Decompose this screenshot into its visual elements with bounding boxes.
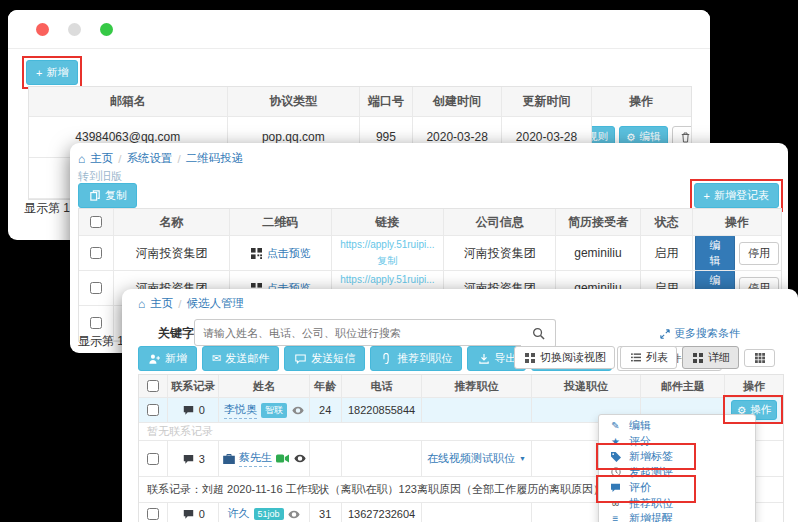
envelope-icon: ✉: [212, 352, 221, 365]
breadcrumb-home[interactable]: 主页: [90, 151, 113, 166]
recommended-job-link[interactable]: 在线视频测试职位: [427, 451, 515, 466]
actions-cell: 编辑 停用: [693, 236, 781, 270]
col-header: 状态: [641, 209, 694, 235]
menu-item-recommend-job[interactable]: ∞ 推荐职位: [599, 496, 755, 512]
qr-preview-link[interactable]: 点击预览: [267, 246, 311, 261]
contact-count-cell[interactable]: 0: [168, 503, 220, 522]
list-icon: [629, 353, 642, 362]
recommended-job-cell: 在线视频测试职位 ▼: [422, 441, 531, 476]
list-view-button[interactable]: 列表: [620, 346, 677, 369]
receiver-cell: geminiliu: [556, 236, 640, 270]
col-header: 公司信息: [444, 209, 556, 235]
old-version-link[interactable]: 转到旧版: [78, 169, 122, 184]
qr-preview-cell: 点击预览: [230, 236, 332, 270]
apply-url-link[interactable]: https://apply.51ruipi...: [340, 239, 434, 251]
menu-item-comment[interactable]: 评价: [599, 480, 755, 496]
switch-reading-view-button[interactable]: 切换阅读视图: [514, 346, 615, 369]
menu-item-start-assessment[interactable]: 发起测评: [599, 465, 755, 481]
status-cell: 启用: [641, 236, 694, 270]
breadcrumb: ⌂ 主页 / 候选人管理: [138, 296, 244, 311]
home-icon: ⌂: [138, 297, 145, 311]
col-header: 邮件主题: [641, 375, 725, 397]
col-header: 名称: [114, 209, 230, 235]
maximize-dot-icon[interactable]: [100, 23, 113, 36]
minimize-dot-icon[interactable]: [68, 23, 81, 36]
disable-button[interactable]: 停用: [739, 242, 779, 265]
window-titlebar: [8, 10, 710, 49]
person-add-icon: [148, 354, 161, 364]
eye-icon[interactable]: [288, 510, 301, 519]
table-row: 河南投资集团 点击预览 https://apply.51ruipi... 复制 …: [79, 236, 781, 271]
menu-item-add-tag[interactable]: 新增标签: [599, 449, 755, 465]
source-badge: 智联: [261, 403, 287, 418]
chevron-down-icon[interactable]: ▼: [519, 455, 526, 462]
row-checkbox[interactable]: [147, 453, 159, 465]
candidate-name-link[interactable]: 李悦奥: [224, 402, 257, 419]
source-badge: 51job: [254, 508, 284, 520]
keyword-search-input[interactable]: [194, 319, 530, 346]
select-all-checkbox[interactable]: [147, 380, 159, 392]
age-cell: [310, 441, 342, 476]
col-header: 操作: [725, 375, 783, 397]
close-dot-icon[interactable]: [36, 23, 49, 36]
keyword-label: 关键字: [158, 325, 194, 342]
phone-cell: 18220855844: [342, 398, 423, 422]
send-email-button[interactable]: ✉发送邮件: [202, 346, 279, 371]
copy-button[interactable]: 复制: [78, 183, 137, 208]
col-header: 二维码: [230, 209, 332, 235]
lines-icon: ≡: [609, 513, 622, 522]
add-mailbox-button[interactable]: +新增: [26, 60, 78, 85]
edit-button[interactable]: 编辑: [695, 236, 735, 270]
copy-icon: [88, 190, 101, 201]
breadcrumb-system-settings[interactable]: 系统设置: [126, 151, 172, 166]
detail-view-button[interactable]: 详细: [682, 346, 739, 369]
more-search-filters-link[interactable]: 更多搜索条件: [660, 326, 740, 341]
breadcrumb-qrcode[interactable]: 二维码投递: [186, 151, 244, 166]
grid-view-button[interactable]: [744, 349, 775, 367]
copy-link[interactable]: 复制: [377, 255, 397, 267]
col-header: 推荐职位: [422, 375, 531, 397]
add-registration-form-button[interactable]: +新增登记表: [694, 183, 779, 208]
row-checkbox[interactable]: [90, 317, 102, 329]
menu-item-edit[interactable]: ✎ 编辑: [599, 418, 755, 434]
breadcrumb: ⌂ 主页 / 系统设置 / 二维码投递: [78, 151, 243, 166]
name-cell: 许久 51job: [219, 503, 309, 522]
row-checkbox[interactable]: [90, 247, 102, 259]
breadcrumb-candidates[interactable]: 候选人管理: [186, 296, 244, 311]
row-checkbox[interactable]: [147, 508, 159, 520]
trash-icon: [679, 132, 691, 143]
row-checkbox[interactable]: [90, 282, 102, 294]
recommend-to-job-button[interactable]: 推荐到职位: [370, 346, 462, 371]
sms-icon: [294, 354, 307, 364]
contact-count-cell[interactable]: 0: [168, 398, 220, 422]
expand-filters-icon: [660, 329, 670, 339]
candidate-name-link[interactable]: 蔡先生: [239, 450, 272, 467]
row-actions-dropdown-menu: ✎ 编辑 ★ 评分 新增标签 发起测评 评价 ∞ 推荐职位: [598, 414, 756, 522]
search-icon: [532, 327, 545, 340]
select-all-checkbox[interactable]: [90, 216, 102, 228]
menu-item-add-reminder[interactable]: ≡ 新增提醒: [599, 511, 755, 522]
col-header: 创建时间: [413, 87, 502, 116]
col-header: 姓名: [219, 375, 309, 397]
send-sms-button[interactable]: 发送短信: [284, 346, 365, 371]
menu-item-score[interactable]: ★ 评分: [599, 434, 755, 450]
eye-icon[interactable]: [291, 406, 304, 415]
col-header: 简历接受者: [556, 209, 640, 235]
breadcrumb-home[interactable]: 主页: [150, 296, 173, 311]
contact-count-cell[interactable]: 3: [168, 441, 220, 476]
search-button[interactable]: [521, 319, 556, 348]
view-switch-bar: 切换阅读视图 列表 详细: [514, 346, 775, 369]
row-checkbox[interactable]: [147, 404, 159, 416]
home-icon: ⌂: [78, 152, 85, 166]
eye-icon[interactable]: [293, 454, 306, 463]
age-cell: 24: [310, 398, 342, 422]
plus-icon: +: [36, 67, 42, 79]
link-icon: ∞: [609, 498, 622, 509]
plus-icon: +: [704, 190, 710, 202]
apply-url-link[interactable]: https://apply.51ruipi...: [340, 274, 434, 286]
add-candidate-button[interactable]: 新增: [138, 346, 197, 371]
paperclip-icon: [380, 353, 393, 364]
col-header: 协议类型: [228, 87, 360, 116]
candidate-name-link[interactable]: 许久: [228, 506, 250, 522]
recommended-job-cell: [422, 503, 531, 522]
